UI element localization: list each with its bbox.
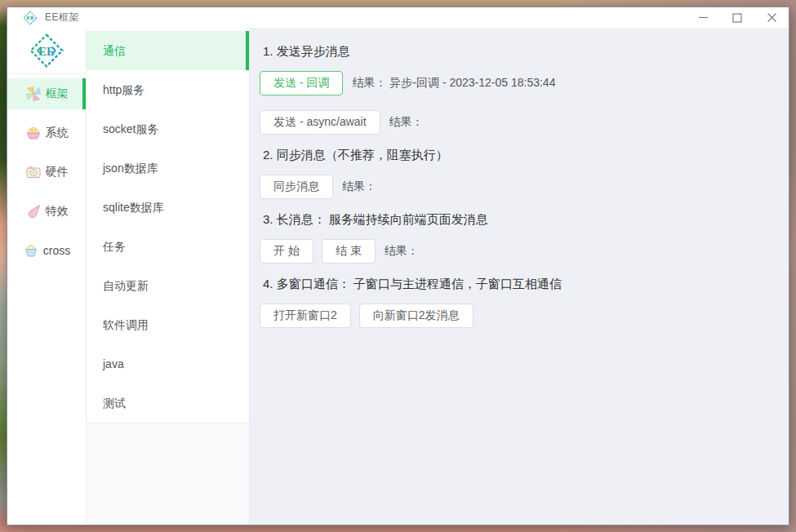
bin-icon bbox=[23, 242, 39, 259]
section-long-message: 3. 长消息： 服务端持续向前端页面发消息 开 始 结 束 结果： bbox=[260, 211, 780, 264]
callback-result-text: 结果： 异步-回调 - 2023-12-05 18:53:44 bbox=[352, 76, 555, 91]
secondary-menu: 通信 http服务 socket服务 json数据库 sqlite数据库 任务 … bbox=[87, 28, 249, 423]
section-sync-message: 2. 同步消息（不推荐，阻塞执行） 同步消息 结果： bbox=[260, 146, 780, 199]
sidebar-item-system[interactable]: 系统 bbox=[7, 113, 86, 153]
menu-item-jobs[interactable]: 任务 bbox=[87, 227, 249, 266]
send-to-window2-button[interactable]: 向新窗口2发消息 bbox=[359, 304, 474, 328]
long-message-row: 开 始 结 束 结果： bbox=[260, 239, 780, 264]
section-async-message: 1. 发送异步消息 发送 - 回调 结果： 异步-回调 - 2023-12-05… bbox=[260, 42, 780, 135]
sidebar-item-label: 框架 bbox=[46, 86, 69, 101]
app-logo-icon: EE bbox=[23, 11, 38, 25]
menu-item-java[interactable]: java bbox=[87, 344, 249, 383]
app-logo: EE bbox=[7, 28, 86, 74]
sidebar-item-hardware[interactable]: 硬件 bbox=[7, 153, 86, 192]
pinwheel-icon bbox=[25, 86, 42, 102]
maximize-button[interactable] bbox=[720, 7, 754, 28]
async-callback-row: 发送 - 回调 结果： 异步-回调 - 2023-12-05 18:53:44 bbox=[260, 71, 780, 95]
sidebar-item-label: 系统 bbox=[46, 126, 69, 140]
open-window2-button[interactable]: 打开新窗口2 bbox=[260, 304, 351, 328]
menu-item-socket[interactable]: socket服务 bbox=[87, 109, 249, 149]
section-heading: 4. 多窗口通信： 子窗口与主进程通信，子窗口互相通信 bbox=[263, 275, 780, 292]
section-heading: 3. 长消息： 服务端持续向前端页面发消息 bbox=[263, 211, 780, 228]
minimize-button[interactable] bbox=[686, 7, 720, 28]
start-button[interactable]: 开 始 bbox=[260, 239, 314, 264]
primary-menu: 框架 系统 bbox=[7, 74, 86, 525]
sync-message-button[interactable]: 同步消息 bbox=[260, 175, 333, 199]
sidebar-item-label: 特效 bbox=[46, 204, 69, 219]
sync-result-text: 结果： bbox=[342, 180, 376, 194]
send-callback-button[interactable]: 发送 - 回调 bbox=[260, 71, 343, 95]
close-button[interactable] bbox=[754, 7, 789, 28]
sidebar-item-effects[interactable]: 特效 bbox=[7, 192, 86, 231]
section-heading: 1. 发送异步消息 bbox=[263, 42, 780, 60]
sidebar-secondary: 通信 http服务 socket服务 json数据库 sqlite数据库 任务 … bbox=[87, 28, 250, 525]
app-window: EE EE框架 EE bbox=[7, 7, 789, 525]
stop-button[interactable]: 结 束 bbox=[322, 239, 376, 264]
async-await-row: 发送 - async/await 结果： bbox=[260, 110, 780, 135]
sidebar-item-framework[interactable]: 框架 bbox=[7, 78, 86, 109]
sidebar-primary: EE 框架 bbox=[7, 28, 87, 525]
menu-item-sqlite-db[interactable]: sqlite数据库 bbox=[87, 188, 249, 227]
multi-window-row: 打开新窗口2 向新窗口2发消息 bbox=[260, 304, 780, 328]
window-controls bbox=[686, 7, 789, 28]
camera-icon bbox=[25, 164, 42, 180]
window-title: EE框架 bbox=[45, 11, 79, 24]
menu-item-auto-update[interactable]: 自动更新 bbox=[87, 266, 249, 305]
section-multi-window: 4. 多窗口通信： 子窗口与主进程通信，子窗口互相通信 打开新窗口2 向新窗口2… bbox=[260, 275, 780, 328]
svg-text:EE: EE bbox=[27, 15, 33, 20]
sidebar-item-cross[interactable]: cross bbox=[7, 231, 86, 270]
menu-item-http[interactable]: http服务 bbox=[87, 70, 249, 109]
menu-item-ipc[interactable]: 通信 bbox=[87, 31, 249, 70]
title-bar: EE EE框架 bbox=[7, 7, 789, 28]
send-await-button[interactable]: 发送 - async/await bbox=[260, 110, 380, 135]
main-content: 1. 发送异步消息 发送 - 回调 结果： 异步-回调 - 2023-12-05… bbox=[250, 28, 789, 525]
section-heading: 2. 同步消息（不推荐，阻塞执行） bbox=[263, 146, 780, 163]
sidebar-item-label: 硬件 bbox=[46, 165, 69, 180]
sync-row: 同步消息 结果： bbox=[260, 175, 780, 199]
long-message-result-text: 结果： bbox=[385, 244, 419, 259]
sidebar-item-label: cross bbox=[43, 244, 70, 257]
menu-item-json-db[interactable]: json数据库 bbox=[87, 149, 249, 188]
comet-icon bbox=[25, 203, 42, 219]
menu-item-software-call[interactable]: 软件调用 bbox=[87, 305, 249, 344]
menu-item-test[interactable]: 测试 bbox=[87, 383, 249, 423]
basket-icon bbox=[25, 125, 42, 141]
await-result-text: 结果： bbox=[389, 115, 424, 130]
